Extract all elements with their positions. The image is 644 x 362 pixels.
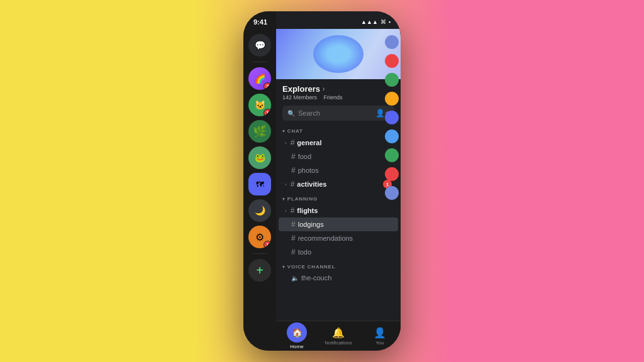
- sidebar-divider: [252, 62, 267, 62]
- right-avatar-9: [385, 186, 399, 200]
- flights-chevron: ›: [285, 208, 287, 214]
- nav-notifications[interactable]: 🔔 Notifications: [318, 327, 359, 346]
- photos-hash: #: [291, 166, 296, 175]
- recommendations-hash: #: [291, 234, 296, 243]
- signal-icon: ▲▲▲: [361, 19, 378, 25]
- sidebar-item-server3[interactable]: 🌿: [248, 120, 271, 143]
- activities-hash: #: [291, 180, 295, 189]
- you-label: You: [375, 340, 384, 346]
- channel-lodgings[interactable]: # lodgings: [279, 217, 398, 231]
- server-meta: 142 Members Friends: [282, 94, 394, 101]
- search-icon: 🔍: [287, 110, 295, 117]
- right-avatar-5: [385, 111, 399, 124]
- sidebar-item-server4[interactable]: 🐸: [248, 146, 271, 169]
- recommendations-name: recommendations: [298, 234, 392, 242]
- voice-arrow: ▾: [282, 265, 286, 270]
- server-info: Explorers › 142 Members Friends: [276, 79, 401, 103]
- bottom-nav: 🏠 Home 🔔 Notifications 👤 You: [276, 321, 401, 351]
- sidebar: 💬 🌈 2 🐱 1 🌿 🐸 🗺 🌙 ⚙: [243, 11, 276, 351]
- status-time: 9:41: [253, 18, 267, 26]
- sidebar-item-server6[interactable]: 🌙: [248, 199, 271, 222]
- search-bar[interactable]: 🔍 Search 👤+: [282, 106, 394, 121]
- right-avatar-6: [385, 129, 399, 143]
- sidebar-item-server7[interactable]: ⚙ 1: [248, 226, 271, 248]
- home-label: Home: [290, 344, 303, 349]
- wifi-icon: ⌘: [380, 19, 386, 25]
- sidebar-item-server5-active[interactable]: 🗺: [248, 173, 271, 195]
- food-hash: #: [291, 152, 296, 161]
- channels-list: ▾ CHAT › # general # food # photos ›: [276, 123, 401, 321]
- channel-activities[interactable]: › # activities 1: [279, 177, 398, 191]
- channel-recommendations[interactable]: # recommendations: [279, 231, 398, 245]
- general-chevron: ›: [285, 140, 287, 146]
- general-hash: #: [291, 138, 295, 147]
- channel-photos[interactable]: # photos: [279, 163, 398, 177]
- channel-the-couch[interactable]: 🔈 the-couch: [279, 272, 398, 284]
- right-avatar-8: [385, 167, 399, 181]
- activities-name: activities: [297, 180, 380, 188]
- nav-you[interactable]: 👤 You: [359, 327, 401, 346]
- general-name: general: [297, 139, 392, 146]
- todo-name: todo: [298, 248, 392, 256]
- server-name-row[interactable]: Explorers ›: [282, 84, 394, 94]
- channel-todo[interactable]: # todo: [279, 245, 398, 259]
- sidebar-item-messages[interactable]: 💬: [248, 34, 271, 57]
- photos-name: photos: [298, 167, 392, 174]
- server-banner: [276, 29, 401, 79]
- banner-inner: [276, 29, 401, 79]
- todo-hash: #: [291, 248, 296, 256]
- server-name-chevron: ›: [323, 85, 325, 92]
- planning-label: PLANNING: [287, 196, 318, 202]
- flights-hash: #: [291, 206, 295, 215]
- battery-icon: ▪: [389, 19, 391, 25]
- notifications-label: Notifications: [325, 340, 352, 346]
- right-avatar-7: [385, 148, 399, 162]
- category-planning[interactable]: ▾ PLANNING: [276, 191, 401, 204]
- plus-icon: +: [256, 263, 264, 278]
- notifications-icon: 🔔: [332, 327, 345, 339]
- right-avatar-4: [385, 92, 399, 106]
- category-voice[interactable]: ▾ VOICE CHANNEL: [276, 259, 401, 272]
- channel-general[interactable]: › # general: [279, 136, 398, 150]
- right-avatar-2: [385, 54, 399, 68]
- add-server-button[interactable]: +: [248, 259, 271, 282]
- lodgings-hash: #: [291, 220, 296, 229]
- status-bar: 9:41 ▲▲▲ ⌘ ▪: [243, 11, 401, 29]
- sidebar-item-server1[interactable]: 🌈 2: [248, 67, 271, 90]
- server-type: Friends: [324, 94, 343, 101]
- right-avatar-3: [385, 73, 399, 87]
- search-placeholder: Search: [298, 109, 372, 117]
- chat-arrow: ▾: [282, 129, 286, 134]
- main-content: Explorers › 142 Members Friends 🔍 Search…: [276, 11, 401, 351]
- member-count: 142 Members: [282, 94, 317, 101]
- voice-label: VOICE CHANNEL: [287, 264, 336, 270]
- server1-badge: 2: [264, 82, 271, 90]
- sidebar-divider2: [252, 253, 267, 254]
- food-name: food: [298, 153, 392, 160]
- planning-arrow: ▾: [282, 197, 286, 202]
- banner-blob: [313, 35, 364, 73]
- the-couch-name: the-couch: [301, 274, 392, 282]
- phone-frame: 9:41 ▲▲▲ ⌘ ▪ 💬 🌈 2 🐱 1 🌿 🐸: [243, 11, 401, 351]
- server2-badge: 1: [264, 109, 271, 116]
- you-icon: 👤: [374, 327, 386, 339]
- speaker-icon: 🔈: [291, 275, 299, 282]
- activities-chevron: ›: [285, 182, 287, 187]
- channel-food[interactable]: # food: [279, 150, 398, 163]
- status-icons: ▲▲▲ ⌘ ▪: [361, 19, 391, 25]
- right-avatar-1: [385, 35, 399, 49]
- home-icon: 🏠: [287, 322, 307, 343]
- server7-badge: 1: [264, 241, 271, 248]
- flights-name: flights: [297, 207, 392, 214]
- chat-label: CHAT: [287, 128, 303, 134]
- nav-home[interactable]: 🏠 Home: [276, 322, 318, 349]
- sidebar-item-server2[interactable]: 🐱 1: [248, 94, 271, 116]
- channel-flights[interactable]: › # flights: [279, 204, 398, 217]
- category-chat[interactable]: ▾ CHAT: [276, 123, 401, 136]
- lodgings-name: lodgings: [298, 221, 392, 228]
- server-name-text: Explorers: [282, 84, 320, 94]
- right-avatars: [383, 29, 401, 321]
